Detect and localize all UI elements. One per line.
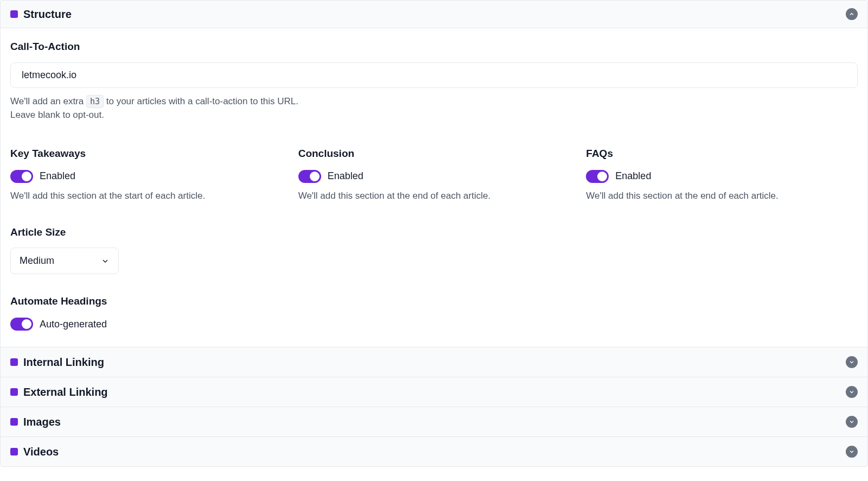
code-chip-h3: h3 (86, 95, 104, 109)
section-title: Structure (23, 6, 72, 22)
section-title: Images (23, 414, 61, 430)
chevron-down-icon[interactable] (846, 356, 858, 368)
key-takeaways-status: Enabled (40, 169, 75, 183)
cta-field: Call-To-Action We'll add an extra h3 to … (10, 39, 858, 122)
conclusion-toggle[interactable] (298, 170, 321, 183)
key-takeaways-toggle[interactable] (10, 170, 33, 183)
conclusion-label: Conclusion (298, 146, 570, 162)
chevron-down-icon[interactable] (846, 416, 858, 428)
chevron-down-icon[interactable] (846, 446, 858, 458)
square-icon (10, 418, 18, 426)
cta-helper-prefix: We'll add an extra (10, 96, 86, 106)
section-header-structure[interactable]: Structure (1, 1, 867, 28)
chevron-down-icon (101, 257, 110, 265)
conclusion-desc: We'll add this section at the end of eac… (298, 189, 570, 203)
article-size-label: Article Size (10, 225, 858, 240)
automate-headings-status: Auto-generated (40, 317, 107, 332)
structure-body: Call-To-Action We'll add an extra h3 to … (1, 28, 867, 347)
cta-helper-line2: Leave blank to opt-out. (10, 110, 104, 120)
section-title: Videos (23, 444, 59, 460)
section-header-internal-linking[interactable]: Internal Linking (1, 347, 867, 377)
chevron-up-icon[interactable] (846, 8, 858, 20)
key-takeaways-label: Key Takeaways (10, 146, 282, 162)
cta-helper-suffix: to your articles with a call-to-action t… (104, 96, 298, 106)
faqs-status: Enabled (615, 169, 651, 183)
article-size-value: Medium (20, 254, 54, 268)
conclusion-status: Enabled (328, 169, 363, 183)
article-size-select[interactable]: Medium (10, 248, 119, 274)
square-icon (10, 388, 18, 396)
cta-input[interactable] (10, 62, 858, 88)
faqs-toggle[interactable] (586, 170, 609, 183)
square-icon (10, 448, 18, 455)
automate-headings-label: Automate Headings (10, 294, 858, 309)
article-size-block: Article Size Medium (10, 225, 858, 275)
faqs-label: FAQs (586, 146, 858, 162)
section-header-images[interactable]: Images (1, 407, 867, 436)
section-header-external-linking[interactable]: External Linking (1, 377, 867, 407)
section-title: Internal Linking (23, 354, 104, 370)
faqs-desc: We'll add this section at the end of eac… (586, 189, 858, 203)
key-takeaways-desc: We'll add this section at the start of e… (10, 189, 282, 203)
cta-helper: We'll add an extra h3 to your articles w… (10, 94, 858, 122)
section-header-videos[interactable]: Videos (1, 436, 867, 466)
conclusion-block: Conclusion Enabled We'll add this sectio… (298, 146, 570, 203)
faqs-block: FAQs Enabled We'll add this section at t… (586, 146, 858, 203)
key-takeaways-block: Key Takeaways Enabled We'll add this sec… (10, 146, 282, 203)
cta-label: Call-To-Action (10, 39, 858, 55)
section-title: External Linking (23, 384, 108, 400)
square-icon (10, 358, 18, 366)
square-icon (10, 10, 18, 18)
automate-headings-block: Automate Headings Auto-generated (10, 294, 858, 332)
chevron-down-icon[interactable] (846, 386, 858, 398)
automate-headings-toggle[interactable] (10, 318, 33, 331)
